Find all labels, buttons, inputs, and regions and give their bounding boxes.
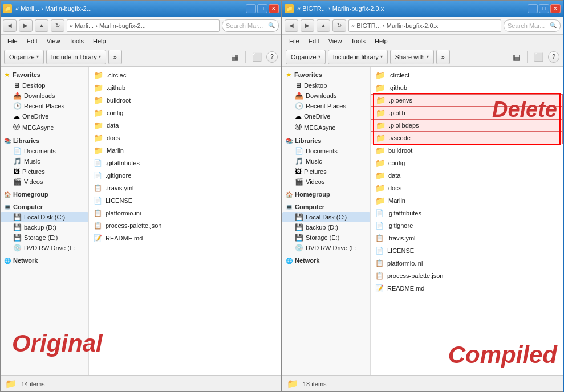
right-organize-btn[interactable]: Organize ▾ [286, 50, 326, 64]
right-sidebar-backup[interactable]: 💾 backup (D:) [282, 222, 370, 232]
left-file-item[interactable]: 📁config [89, 107, 281, 119]
left-file-item[interactable]: 📄.gitignore [89, 169, 281, 182]
left-file-item[interactable]: 📁docs [89, 132, 281, 144]
left-maximize-btn[interactable]: □ [257, 4, 267, 13]
left-fwd-btn[interactable]: ▶ [19, 19, 33, 32]
right-file-item[interactable]: 📁.piolibdeps [371, 119, 563, 132]
right-sidebar-storage[interactable]: 💾 Storage (E:) [282, 232, 370, 243]
right-refresh-btn[interactable]: ↻ [332, 19, 346, 32]
left-address-box[interactable]: « Marli... › Marlin-bugfix-2... [67, 19, 220, 32]
right-file-item[interactable]: 📁.vscode [371, 132, 563, 144]
right-back-btn[interactable]: ◀ [285, 19, 298, 32]
right-file-item[interactable]: 📁.circleci [371, 69, 563, 81]
left-file-item[interactable]: 📁buildroot [89, 94, 281, 107]
left-back-btn[interactable]: ◀ [3, 19, 17, 32]
left-file-item[interactable]: 📋.travis.yml [89, 182, 281, 194]
left-file-item[interactable]: 📁.circleci [89, 69, 281, 81]
right-computer-header[interactable]: 💻 Computer [282, 202, 370, 212]
left-sidebar-backup[interactable]: 💾 backup (D:) [1, 222, 88, 232]
left-file-item[interactable]: 📋process-palette.json [89, 219, 281, 232]
left-close-btn[interactable]: ✕ [269, 4, 279, 13]
left-up-btn[interactable]: ▲ [35, 19, 48, 32]
left-sidebar-desktop[interactable]: 🖥 Desktop [1, 80, 88, 91]
right-sidebar-megasync[interactable]: Ⓜ MEGAsync [282, 121, 370, 133]
left-sidebar-pictures[interactable]: 🖼 Pictures [1, 166, 88, 177]
left-menu-edit[interactable]: Edit [22, 36, 42, 46]
left-file-item[interactable]: 📁data [89, 119, 281, 132]
left-menu-tools[interactable]: Tools [64, 36, 88, 46]
right-libraries-header[interactable]: 📚 Libraries [282, 136, 370, 146]
right-file-item[interactable]: 📁config [371, 157, 563, 169]
right-sidebar-local-disk[interactable]: 💾 Local Disk (C:) [282, 212, 370, 222]
right-sidebar-onedrive[interactable]: ☁ OneDrive [282, 111, 370, 121]
right-menu-file[interactable]: File [285, 36, 304, 46]
right-network-header[interactable]: 🌐 Network [282, 255, 370, 266]
left-menu-view[interactable]: View [42, 36, 65, 46]
left-sidebar-recent[interactable]: 🕒 Recent Places [1, 101, 88, 111]
left-libraries-header[interactable]: 📚 Libraries [1, 136, 88, 146]
left-file-item[interactable]: 📄.gitattributes [89, 157, 281, 169]
right-menu-help[interactable]: Help [370, 36, 392, 46]
left-sidebar-videos[interactable]: 🎬 Videos [1, 177, 88, 187]
right-search-box[interactable]: Search Mar... 🔍 [504, 19, 561, 32]
right-file-item[interactable]: 📁.github [371, 81, 563, 94]
right-share-btn[interactable]: Share with ▾ [390, 50, 434, 64]
right-file-item[interactable]: 📝README.md [371, 282, 563, 295]
right-file-item[interactable]: 📋process-palette.json [371, 270, 563, 282]
right-address-box[interactable]: « BIGTR... › Marlin-bugfix-2.0.x [348, 19, 501, 32]
right-file-item[interactable]: 📁docs [371, 182, 563, 194]
left-sidebar-documents[interactable]: 📄 Documents [1, 146, 88, 156]
right-file-item[interactable]: 📋platformio.ini [371, 257, 563, 270]
right-file-item[interactable]: 📄LICENSE [371, 244, 563, 257]
left-sidebar-onedrive[interactable]: ☁ OneDrive [1, 111, 88, 121]
right-sidebar-downloads[interactable]: 📥 Downloads [282, 91, 370, 101]
left-menu-file[interactable]: File [3, 36, 22, 46]
right-menu-view[interactable]: View [324, 36, 347, 46]
left-sidebar-local-disk[interactable]: 💾 Local Disk (C:) [1, 212, 88, 222]
left-sidebar-music[interactable]: 🎵 Music [1, 156, 88, 166]
left-favorites-header[interactable]: ★ Favorites [1, 69, 88, 80]
left-file-item[interactable]: 📁.github [89, 81, 281, 94]
right-view-grid-btn[interactable]: ▦ [509, 50, 524, 64]
right-preview-btn[interactable]: ⬜ [531, 50, 546, 64]
left-search-box[interactable]: Search Mar... 🔍 [222, 19, 279, 32]
right-menu-tools[interactable]: Tools [346, 36, 370, 46]
left-preview-btn[interactable]: ⬜ [249, 50, 264, 64]
right-up-btn[interactable]: ▲ [317, 19, 330, 32]
left-file-item[interactable]: 📄LICENSE [89, 194, 281, 207]
right-file-item[interactable]: 📁buildroot [371, 144, 563, 157]
right-file-list[interactable]: 📁.circleci📁.github📁.pioenvs📁.piolib📁.pio… [371, 67, 563, 375]
right-file-item[interactable]: 📁.pioenvs [371, 94, 563, 107]
right-menu-edit[interactable]: Edit [304, 36, 324, 46]
right-file-item[interactable]: 📁data [371, 169, 563, 182]
left-help-btn[interactable]: ? [266, 51, 278, 63]
right-file-item[interactable]: 📁.piolib [371, 107, 563, 119]
right-file-item[interactable]: 📄.gitignore [371, 219, 563, 232]
right-sidebar-recent[interactable]: 🕒 Recent Places [282, 101, 370, 111]
left-sidebar-downloads[interactable]: 📥 Downloads [1, 91, 88, 101]
left-organize-btn[interactable]: Organize ▾ [4, 50, 44, 64]
right-sidebar-dvd[interactable]: 💿 DVD RW Drive (F: [282, 243, 370, 253]
left-computer-header[interactable]: 💻 Computer [1, 202, 88, 212]
left-minimize-btn[interactable]: ─ [246, 4, 256, 13]
left-more-btn[interactable]: » [108, 50, 122, 64]
left-sidebar-dvd[interactable]: 💿 DVD RW Drive (F: [1, 243, 88, 253]
right-library-btn[interactable]: Include in library ▾ [328, 50, 388, 64]
left-homegroup-header[interactable]: 🏠 Homegroup [1, 189, 88, 199]
right-sidebar-documents[interactable]: 📄 Documents [282, 146, 370, 156]
left-view-grid-btn[interactable]: ▦ [227, 50, 242, 64]
left-file-list[interactable]: 📁.circleci📁.github📁buildroot📁config📁data… [89, 67, 281, 375]
right-maximize-btn[interactable]: □ [539, 4, 549, 13]
right-sidebar-videos[interactable]: 🎬 Videos [282, 177, 370, 187]
right-help-btn[interactable]: ? [548, 51, 559, 63]
left-sidebar-storage[interactable]: 💾 Storage (E:) [1, 232, 88, 243]
right-sidebar-music[interactable]: 🎵 Music [282, 156, 370, 166]
left-library-btn[interactable]: Include in library ▾ [46, 50, 106, 64]
left-menu-help[interactable]: Help [88, 36, 111, 46]
right-minimize-btn[interactable]: ─ [528, 4, 538, 13]
right-file-item[interactable]: 📋.travis.yml [371, 232, 563, 244]
left-file-item[interactable]: 📋platformio.ini [89, 207, 281, 219]
left-file-item[interactable]: 📁Marlin [89, 144, 281, 157]
right-file-item[interactable]: 📄.gitattributes [371, 207, 563, 219]
right-close-btn[interactable]: ✕ [550, 4, 561, 13]
